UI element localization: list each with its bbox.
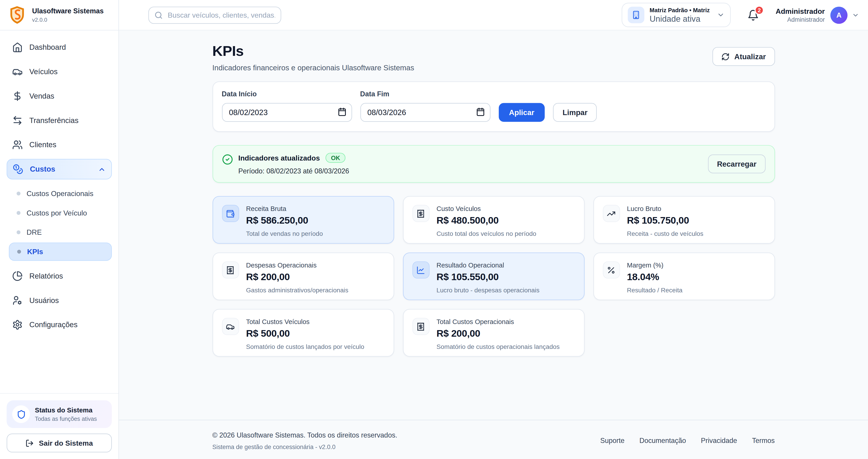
kpi-card-receita-bruta: Receita Bruta R$ 586.250,00 Total de ven… bbox=[212, 196, 394, 244]
kpi-caption: Custo total dos veículos no período bbox=[436, 231, 536, 237]
kpi-label: Total Custos Operacionais bbox=[436, 318, 560, 326]
apply-button[interactable]: Aplicar bbox=[498, 103, 545, 122]
footer-link-documentacao[interactable]: Documentação bbox=[640, 437, 686, 445]
receipt-icon bbox=[416, 322, 425, 331]
kpi-card-resultado-operacional: Resultado Operacional R$ 105.550,00 Lucr… bbox=[403, 252, 584, 300]
sidebar-item-label: Transferências bbox=[29, 116, 79, 125]
submenu-item-dre[interactable]: DRE bbox=[9, 223, 112, 242]
kpi-value: R$ 586.250,00 bbox=[246, 215, 323, 226]
bullet-icon bbox=[17, 231, 20, 234]
topbar-right: Matriz Padrão • Matriz Unidade ativa 2 A… bbox=[622, 3, 859, 27]
footer-link-termos[interactable]: Termos bbox=[752, 437, 775, 445]
kpi-label: Margem (%) bbox=[627, 262, 682, 269]
logout-icon bbox=[26, 439, 34, 447]
logout-label: Sair do Sistema bbox=[39, 439, 93, 447]
footer-link-suporte[interactable]: Suporte bbox=[600, 437, 624, 445]
app-title: Ulasoftware Sistemas bbox=[32, 7, 103, 16]
sidebar-item-label: Clientes bbox=[29, 141, 56, 149]
kpi-card-total-custos-operacionais: Total Custos Operacionais R$ 200,00 Soma… bbox=[403, 309, 584, 357]
sidebar-item-configuracoes[interactable]: Configurações bbox=[6, 314, 112, 335]
sidebar-item-label: Veículos bbox=[29, 68, 58, 76]
chevron-up-icon bbox=[98, 165, 105, 173]
submenu-item-label: Custos por Veículo bbox=[27, 209, 87, 217]
kpi-label: Receita Bruta bbox=[246, 205, 323, 213]
sidebar-nav: Dashboard Veículos Vendas Transferências… bbox=[0, 31, 119, 393]
sidebar-item-usuarios[interactable]: Usuários bbox=[6, 290, 112, 311]
unit-title: Matriz Padrão • Matriz bbox=[650, 6, 710, 13]
notifications-button[interactable]: 2 bbox=[747, 9, 759, 21]
kpi-card-despesas-operacionais: Despesas Operacionais R$ 200,00 Gastos a… bbox=[212, 252, 394, 300]
clear-button[interactable]: Limpar bbox=[553, 103, 597, 122]
footer-system-info: Sistema de gestão de concessionária - v2… bbox=[212, 443, 397, 450]
sidebar-item-dashboard[interactable]: Dashboard bbox=[6, 37, 112, 58]
bullet-icon bbox=[17, 211, 20, 215]
chart-line-icon bbox=[416, 266, 425, 274]
submenu-item-label: Custos Operacionais bbox=[27, 189, 94, 198]
kpi-value: R$ 105.550,00 bbox=[436, 271, 539, 283]
sidebar-item-veiculos[interactable]: Veículos bbox=[6, 61, 112, 82]
system-status-subtitle: Todas as funções ativas bbox=[35, 416, 97, 422]
avatar[interactable]: A bbox=[830, 6, 847, 24]
footer-link-privacidade[interactable]: Privacidade bbox=[701, 437, 737, 445]
users-icon bbox=[12, 140, 23, 150]
unit-subtitle: Unidade ativa bbox=[650, 14, 710, 23]
global-search bbox=[148, 6, 281, 24]
unit-selector[interactable]: Matriz Padrão • Matriz Unidade ativa bbox=[622, 3, 731, 27]
kpi-value: R$ 105.750,00 bbox=[627, 215, 703, 226]
bullet-icon bbox=[17, 191, 20, 195]
kpi-card-total-custos-veiculos: Total Custos Veículos R$ 500,00 Somatóri… bbox=[212, 309, 394, 357]
kpi-label: Total Custos Veículos bbox=[246, 318, 364, 326]
page-title: KPIs bbox=[212, 43, 414, 60]
receipt-icon bbox=[226, 266, 235, 274]
success-alert: Indicadores atualizados OK Período: 08/0… bbox=[212, 145, 775, 183]
refresh-button[interactable]: Atualizar bbox=[713, 47, 775, 66]
sidebar-item-transferencias[interactable]: Transferências bbox=[6, 110, 112, 131]
chevron-down-icon[interactable] bbox=[852, 11, 859, 19]
user-gear-icon bbox=[12, 295, 23, 306]
sidebar-item-clientes[interactable]: Clientes bbox=[6, 134, 112, 155]
chevron-down-icon bbox=[717, 11, 725, 19]
percent-icon bbox=[607, 266, 616, 274]
system-status-title: Status do Sistema bbox=[35, 406, 97, 414]
submenu-item-custos-por-veiculo[interactable]: Custos por Veículo bbox=[9, 204, 112, 222]
sidebar-item-vendas[interactable]: Vendas bbox=[6, 86, 112, 106]
system-status-card: Status do Sistema Todas as funções ativa… bbox=[6, 400, 112, 428]
refresh-label: Atualizar bbox=[735, 52, 766, 61]
kpi-value: R$ 480.500,00 bbox=[436, 215, 536, 226]
pie-chart-icon bbox=[12, 271, 23, 281]
sidebar-item-label: Relatórios bbox=[29, 272, 63, 280]
sidebar-item-label: Configurações bbox=[29, 320, 78, 329]
kpi-value: R$ 200,00 bbox=[246, 271, 348, 283]
footer-links: Suporte Documentação Privacidade Termos bbox=[600, 437, 775, 445]
submenu-item-custos-operacionais[interactable]: Custos Operacionais bbox=[9, 184, 112, 203]
kpi-card-custo-veiculos: Custo Veículos R$ 480.500,00 Custo total… bbox=[403, 196, 584, 244]
start-date-input[interactable] bbox=[222, 103, 352, 122]
page-subtitle: Indicadores financeiros e operacionais U… bbox=[212, 64, 414, 72]
brand-header: Ulasoftware Sistemas v2.0.0 bbox=[0, 0, 119, 31]
submenu-item-kpis[interactable]: KPIs bbox=[9, 243, 112, 261]
search-input[interactable] bbox=[148, 6, 281, 24]
sidebar-item-label: Vendas bbox=[29, 92, 54, 100]
sidebar-item-custos[interactable]: Custos bbox=[6, 159, 112, 180]
sidebar-item-relatorios[interactable]: Relatórios bbox=[6, 266, 112, 286]
user-role: Administrador bbox=[776, 16, 825, 23]
user-name: Administrador bbox=[776, 7, 825, 16]
kpi-caption: Somatório de custos operacionais lançado… bbox=[436, 343, 560, 350]
page-footer: © 2026 Ulasoftware Sistemas. Todos os di… bbox=[119, 420, 868, 459]
building-icon bbox=[632, 11, 641, 20]
trending-up-icon bbox=[607, 209, 616, 218]
notification-count-badge: 2 bbox=[754, 5, 764, 15]
kpi-value: R$ 500,00 bbox=[246, 328, 364, 339]
refresh-icon bbox=[721, 52, 730, 61]
start-date-label: Data Início bbox=[222, 90, 352, 98]
ulasoftware-logo-icon bbox=[8, 5, 26, 24]
sidebar: Ulasoftware Sistemas v2.0.0 Dashboard Ve… bbox=[0, 0, 119, 459]
reload-button[interactable]: Recarregar bbox=[708, 154, 765, 173]
car-icon bbox=[226, 322, 235, 331]
kpi-caption: Receita - custo de veículos bbox=[627, 231, 703, 237]
logout-button[interactable]: Sair do Sistema bbox=[6, 434, 112, 453]
end-date-input[interactable] bbox=[360, 103, 490, 122]
custos-submenu: Custos Operacionais Custos por Veículo D… bbox=[6, 183, 112, 263]
app-window: Ulasoftware Sistemas v2.0.0 Dashboard Ve… bbox=[0, 0, 868, 459]
check-circle-icon bbox=[222, 154, 233, 165]
